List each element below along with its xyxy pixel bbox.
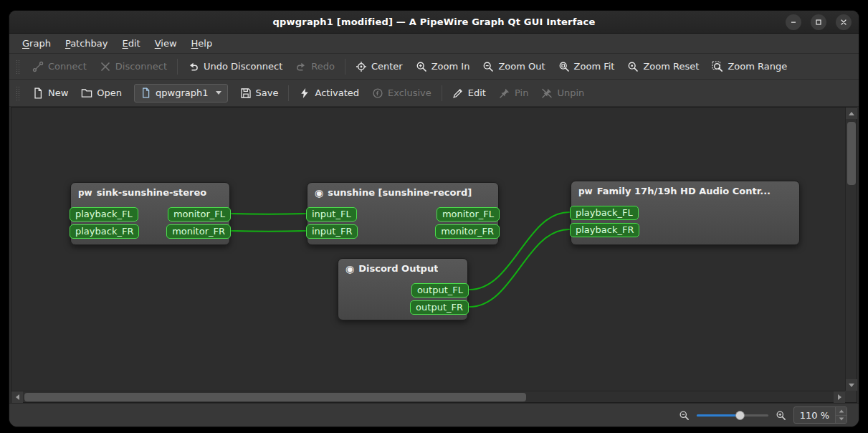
zoom-slider-track[interactable] bbox=[697, 414, 768, 417]
chevron-down-icon bbox=[216, 91, 221, 95]
connect-button: Connect bbox=[26, 57, 93, 76]
close-icon bbox=[840, 19, 847, 26]
zoom-range-button[interactable]: Zoom Range bbox=[705, 57, 793, 76]
zoom-out-button[interactable]: Zoom Out bbox=[476, 57, 551, 76]
bolt-icon bbox=[299, 87, 310, 99]
wire-monitor_FL-input_FL[interactable] bbox=[232, 214, 305, 214]
undo-icon bbox=[188, 61, 199, 72]
patchbay-selector[interactable]: qpwgraph1 bbox=[134, 84, 227, 103]
scroll-up-button[interactable] bbox=[846, 108, 857, 119]
menu-graph[interactable]: Graph bbox=[15, 34, 58, 53]
zoom-in-button[interactable]: Zoom In bbox=[409, 57, 477, 76]
scroll-right-button[interactable] bbox=[834, 391, 845, 403]
circle-f-icon bbox=[372, 87, 383, 99]
port-input_FR[interactable]: input_FR bbox=[306, 224, 358, 239]
menu-view[interactable]: View bbox=[148, 34, 184, 53]
zoom-decrement-button[interactable] bbox=[836, 416, 846, 424]
edit-button[interactable]: Edit bbox=[446, 83, 492, 103]
activated-button[interactable]: Activated bbox=[292, 83, 366, 103]
zoom-slider-handle[interactable] bbox=[735, 411, 745, 420]
pipewire-icon: pw bbox=[78, 188, 92, 198]
minimize-button[interactable] bbox=[786, 14, 801, 30]
toolbar-separator bbox=[345, 59, 345, 75]
triangle-down-icon bbox=[849, 384, 854, 387]
node-family-hd-audio[interactable]: pw Family 17h/19h HD Audio Contr... play… bbox=[571, 181, 800, 245]
menu-patchbay[interactable]: Patchbay bbox=[58, 34, 115, 53]
close-button[interactable] bbox=[836, 14, 852, 30]
menu-help[interactable]: Help bbox=[184, 34, 220, 53]
horizontal-scrollbar[interactable] bbox=[11, 391, 845, 402]
titlebar[interactable]: qpwgraph1 [modified] — A PipeWire Graph … bbox=[9, 11, 859, 34]
port-monitor_FL[interactable]: monitor_FL bbox=[168, 207, 231, 222]
toolbar-handle[interactable] bbox=[16, 86, 20, 100]
center-label: Center bbox=[371, 61, 403, 72]
exclusive-button: Exclusive bbox=[366, 83, 438, 103]
activated-label: Activated bbox=[315, 87, 359, 98]
new-label: New bbox=[48, 87, 68, 98]
port-output_FR[interactable]: output_FR bbox=[410, 300, 469, 315]
center-button[interactable]: Center bbox=[349, 57, 409, 76]
undo-disconnect-button[interactable]: Undo Disconnect bbox=[181, 57, 289, 76]
horizontal-scrollbar-thumb[interactable] bbox=[24, 393, 526, 401]
zoom-reset-button[interactable]: Zoom Reset bbox=[621, 57, 705, 76]
save-button[interactable]: Save bbox=[234, 83, 285, 103]
menu-help-label: Help bbox=[191, 38, 213, 49]
zoom-in-icon[interactable] bbox=[776, 410, 786, 421]
open-label: Open bbox=[97, 87, 122, 98]
edit-label: Edit bbox=[468, 87, 486, 98]
redo-label: Redo bbox=[311, 61, 335, 72]
node-discord-output[interactable]: ◉ Discord Output output_FL output_FR bbox=[338, 258, 468, 320]
save-label: Save bbox=[256, 87, 279, 98]
zoom-increment-button[interactable] bbox=[836, 407, 846, 416]
port-playback_FR[interactable]: playback_FR bbox=[70, 224, 139, 239]
new-button[interactable]: New bbox=[26, 83, 75, 103]
port-input_FL[interactable]: input_FL bbox=[306, 207, 357, 222]
pin-label: Pin bbox=[515, 87, 528, 98]
unpin-button: Unpin bbox=[535, 83, 591, 103]
zoom-spinbox[interactable]: 110 % bbox=[793, 406, 847, 424]
window-title: qpwgraph1 [modified] — A PipeWire Graph … bbox=[9, 16, 859, 27]
open-button[interactable]: Open bbox=[75, 83, 128, 103]
port-monitor_FR[interactable]: monitor_FR bbox=[166, 224, 231, 239]
zoom-out-icon[interactable] bbox=[679, 410, 690, 421]
menu-patchbay-label: Patchbay bbox=[65, 38, 108, 49]
port-playback_FL[interactable]: playback_FL bbox=[70, 207, 138, 222]
node-title: sunshine [sunshine-record] bbox=[328, 187, 472, 198]
port-playback_FL[interactable]: playback_FL bbox=[570, 206, 639, 220]
graph-canvas[interactable]: pw sink-sunshine-stereo playback_FL play… bbox=[11, 108, 845, 391]
node-sunshine-record[interactable]: ◉ sunshine [sunshine-record] input_FL in… bbox=[307, 182, 499, 245]
vertical-scrollbar[interactable] bbox=[845, 108, 857, 391]
scroll-down-button[interactable] bbox=[846, 379, 857, 391]
zoom-fit-button[interactable]: Zoom Fit bbox=[552, 57, 621, 76]
zoom-in-label: Zoom In bbox=[431, 61, 470, 72]
menu-edit-label: Edit bbox=[123, 38, 140, 49]
toolbar-handle[interactable] bbox=[16, 60, 20, 74]
port-output_FL[interactable]: output_FL bbox=[411, 283, 469, 298]
zoom-slider[interactable] bbox=[697, 409, 768, 421]
zoom-fit-label: Zoom Fit bbox=[574, 61, 615, 72]
pin-icon bbox=[499, 87, 510, 99]
spin-buttons bbox=[835, 407, 846, 423]
scroll-left-button[interactable] bbox=[11, 391, 23, 403]
maximize-button[interactable] bbox=[811, 14, 826, 30]
node-title: sink-sunshine-stereo bbox=[97, 187, 207, 198]
node-sink-sunshine-stereo[interactable]: pw sink-sunshine-stereo playback_FL play… bbox=[70, 182, 230, 245]
center-icon bbox=[356, 61, 367, 72]
node-header: pw sink-sunshine-stereo bbox=[71, 183, 229, 199]
pencil-icon bbox=[452, 87, 464, 99]
port-monitor_FL[interactable]: monitor_FL bbox=[437, 207, 500, 222]
port-monitor_FR[interactable]: monitor_FR bbox=[435, 224, 500, 239]
redo-button: Redo bbox=[289, 57, 341, 76]
statusbar: 110 % bbox=[9, 403, 859, 427]
wire-monitor_FR-input_FR[interactable] bbox=[232, 231, 305, 232]
disconnect-icon bbox=[100, 61, 111, 72]
menu-view-label: View bbox=[155, 38, 177, 49]
disconnect-button: Disconnect bbox=[93, 57, 173, 76]
zoom-out-icon bbox=[482, 61, 494, 72]
port-playback_FR[interactable]: playback_FR bbox=[570, 223, 639, 237]
new-file-icon bbox=[32, 87, 44, 99]
vertical-scrollbar-thumb[interactable] bbox=[847, 122, 856, 185]
triangle-right-icon bbox=[838, 394, 841, 400]
menu-edit[interactable]: Edit bbox=[115, 34, 148, 53]
zoom-value: 110 % bbox=[794, 407, 835, 423]
